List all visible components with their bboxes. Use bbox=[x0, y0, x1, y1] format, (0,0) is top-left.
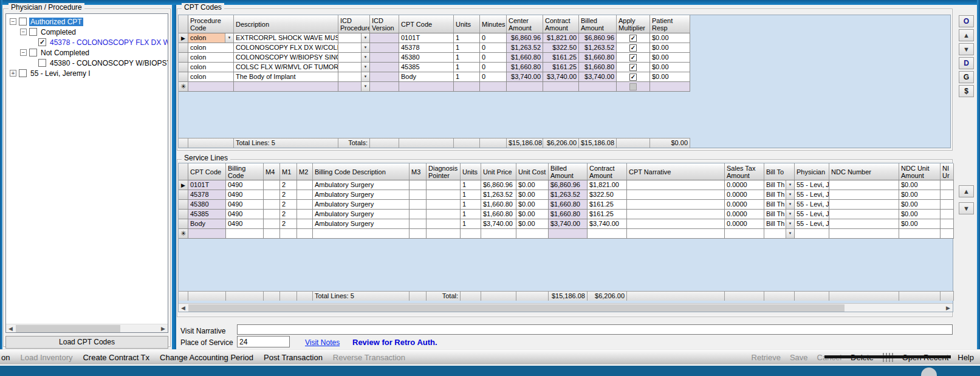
dropdown-button[interactable]: ▼ bbox=[361, 43, 369, 52]
service-cell-ndc_number[interactable] bbox=[829, 219, 899, 229]
service-cell-unit_price[interactable]: $1,263.52 bbox=[481, 190, 516, 200]
service-column-header[interactable]: M2 bbox=[297, 163, 313, 180]
cpt-cell-center_amount[interactable]: $3,740.00 bbox=[507, 72, 543, 82]
dropdown-button[interactable]: ▼ bbox=[786, 229, 794, 238]
service-side-button-down[interactable]: ▼ bbox=[959, 202, 974, 214]
service-cell-contract_amount[interactable]: $3,740.00 bbox=[588, 219, 627, 229]
cpt-side-button-up[interactable]: ▲ bbox=[959, 29, 974, 41]
service-cell-contract_amount[interactable] bbox=[588, 229, 627, 239]
cpt-cell-icd_procedure[interactable]: ▼ bbox=[338, 63, 370, 72]
new-row-marker[interactable]: ✳ bbox=[179, 229, 188, 239]
service-cell-billing_code[interactable]: 0490 bbox=[226, 210, 264, 219]
cpt-cell-units[interactable]: 1 bbox=[454, 72, 480, 82]
cpt-side-button-g[interactable]: G bbox=[959, 71, 974, 83]
service-cell-physician[interactable]: 55 - Levi, J bbox=[795, 200, 829, 210]
cpt-cell-center_amount[interactable]: $1,660.80 bbox=[507, 63, 543, 72]
service-cell-cpt_code[interactable]: 0101T bbox=[188, 180, 226, 190]
cpt-cell-contract_amount[interactable]: $161.25 bbox=[543, 53, 579, 63]
cpt-cell-cpt_code[interactable]: Body bbox=[399, 72, 454, 82]
service-side-button-up[interactable]: ▲ bbox=[959, 185, 974, 197]
service-cell-diagnosis_pointer[interactable] bbox=[427, 219, 461, 229]
apply-multiplier-checkbox[interactable]: ✓ bbox=[629, 73, 637, 81]
cpt-cell-patient_resp[interactable]: $0.00 bbox=[650, 43, 690, 53]
service-cell-billed_amount[interactable]: $6,860.96 bbox=[549, 180, 588, 190]
service-cell-unit_cost[interactable]: $0.00 bbox=[516, 219, 549, 229]
service-cell-cpt_code[interactable]: Body bbox=[188, 219, 226, 229]
service-cell-unit_cost[interactable]: $0.00 bbox=[516, 210, 549, 219]
collapse-icon[interactable]: − bbox=[20, 29, 27, 35]
cpt-cell-cpt_code[interactable] bbox=[399, 82, 454, 92]
service-column-header[interactable]: CPT Narrative bbox=[627, 163, 725, 180]
cpt-column-header[interactable]: Patient Resp bbox=[650, 15, 690, 33]
service-cell-cpt_narrative[interactable] bbox=[627, 180, 725, 190]
cpt-cell-procedure_code[interactable]: colon bbox=[188, 63, 234, 72]
tree-checkbox[interactable] bbox=[29, 28, 37, 36]
row-selector[interactable] bbox=[179, 219, 188, 229]
service-cell-sales_tax[interactable]: 0.0000 bbox=[725, 219, 764, 229]
cpt-side-button-d[interactable]: D bbox=[959, 57, 974, 69]
cpt-cell-apply_multiplier[interactable]: ✓ bbox=[617, 43, 650, 53]
service-column-header[interactable]: Unit Price bbox=[481, 163, 516, 180]
service-cell-ndc_number[interactable] bbox=[829, 190, 899, 200]
service-cell-contract_amount[interactable]: $161.25 bbox=[588, 200, 627, 210]
service-cell-sales_tax[interactable]: 0.0000 bbox=[725, 180, 764, 190]
dropdown-button[interactable]: ▼ bbox=[786, 180, 794, 190]
service-row[interactable]: ▶0101T04902Ambulatory Surgery1$6,860.96$… bbox=[179, 180, 954, 190]
cpt-cell-icd_procedure[interactable]: ▼ bbox=[338, 33, 370, 43]
service-cell-unit_cost[interactable] bbox=[516, 229, 549, 239]
cpt-cell-patient_resp[interactable] bbox=[650, 82, 690, 92]
service-cell-sales_tax[interactable] bbox=[725, 229, 764, 239]
service-cell-billing_code[interactable]: 0490 bbox=[226, 180, 264, 190]
cpt-cell-minutes[interactable]: 0 bbox=[480, 33, 507, 43]
apply-multiplier-checkbox[interactable] bbox=[629, 83, 637, 91]
service-cell-unit_price[interactable] bbox=[481, 229, 516, 239]
service-cell-bill_to[interactable]: Bill Th▼ bbox=[764, 219, 795, 229]
toolbar-item-on[interactable]: on bbox=[1, 353, 10, 362]
cpt-cell-apply_multiplier[interactable]: ✓ bbox=[617, 53, 650, 63]
cpt-cell-patient_resp[interactable]: $0.00 bbox=[650, 53, 690, 63]
service-cell-m1[interactable]: 2 bbox=[280, 200, 297, 210]
service-cell-ndc_number[interactable] bbox=[829, 210, 899, 219]
panel-divider[interactable] bbox=[172, 5, 176, 349]
service-cell-diagnosis_pointer[interactable] bbox=[427, 210, 461, 219]
cpt-cell-units[interactable]: 1 bbox=[454, 53, 480, 63]
service-column-header[interactable]: Sales Tax Amount bbox=[725, 163, 764, 180]
tree-checkbox[interactable] bbox=[38, 59, 46, 67]
service-column-header[interactable]: NDC Unit Amount bbox=[899, 163, 941, 180]
service-cell-billing_code[interactable]: 0490 bbox=[226, 190, 264, 200]
service-cell-unit_cost[interactable]: $0.00 bbox=[516, 200, 549, 210]
service-horizontal-scrollbar[interactable]: ◀ ▶ bbox=[179, 303, 953, 312]
cpt-cell-icd_version[interactable] bbox=[370, 33, 399, 43]
cpt-cell-billed_amount[interactable] bbox=[579, 82, 617, 92]
tree-item[interactable]: +55 - Levi, Jeremy I bbox=[6, 68, 168, 78]
cpt-cell-units[interactable]: 1 bbox=[454, 33, 480, 43]
service-cell-billed_amount[interactable]: $1,660.80 bbox=[549, 210, 588, 219]
cpt-cell-minutes[interactable]: 0 bbox=[480, 72, 507, 82]
cpt-cell-contract_amount[interactable]: $3,740.00 bbox=[543, 72, 579, 82]
service-column-header[interactable]: M3 bbox=[409, 163, 427, 180]
service-new-row[interactable]: ✳▼ bbox=[179, 229, 954, 239]
service-column-header[interactable]: Physician bbox=[795, 163, 829, 180]
cpt-cell-icd_version[interactable] bbox=[370, 72, 399, 82]
row-selector[interactable] bbox=[179, 63, 188, 72]
service-cell-m2[interactable] bbox=[297, 190, 313, 200]
tree-item[interactable]: ✓45378 - COLONOSCOPY FLX DX W/COLLJ bbox=[6, 37, 168, 47]
cpt-column-header[interactable]: Minutes bbox=[480, 15, 507, 33]
service-cell-billed_amount[interactable] bbox=[549, 229, 588, 239]
service-cell-cpt_narrative[interactable] bbox=[627, 229, 725, 239]
cpt-cell-units[interactable] bbox=[454, 82, 480, 92]
service-cell-m4[interactable] bbox=[264, 229, 280, 239]
cpt-cell-contract_amount[interactable] bbox=[543, 82, 579, 92]
service-cell-units[interactable]: 1 bbox=[461, 200, 481, 210]
collapse-icon[interactable]: − bbox=[10, 18, 16, 25]
cpt-cell-apply_multiplier[interactable]: ✓ bbox=[617, 63, 650, 72]
dropdown-button[interactable]: ▼ bbox=[786, 210, 794, 219]
cpt-cell-procedure_code[interactable]: colon bbox=[188, 43, 234, 53]
tree-checkbox[interactable] bbox=[19, 18, 27, 26]
service-cell-unit_price[interactable]: $1,660.80 bbox=[481, 200, 516, 210]
service-cell-physician[interactable]: 55 - Levi, J bbox=[795, 219, 829, 229]
service-column-header[interactable]: Bill To bbox=[764, 163, 795, 180]
procedure-tree[interactable]: −Authorized CPT−Completed✓45378 - COLONO… bbox=[5, 13, 168, 333]
service-cell-m3[interactable] bbox=[409, 200, 427, 210]
row-selector[interactable] bbox=[179, 190, 188, 200]
